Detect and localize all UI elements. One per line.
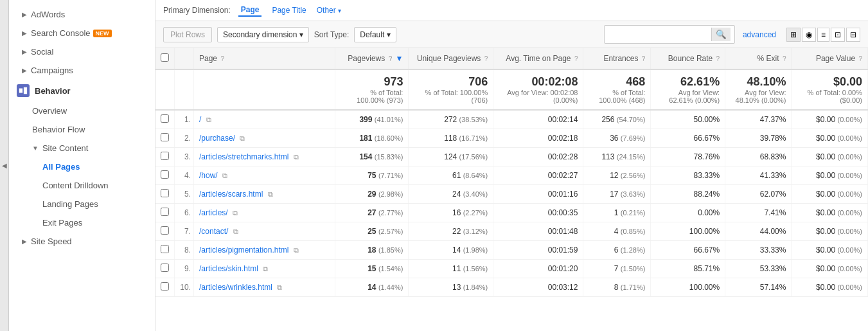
page-link[interactable]: /articles/stretchmarks.html: [199, 152, 288, 161]
dim-tab-page-title[interactable]: Page Title: [269, 4, 308, 16]
page-link[interactable]: /articles/scars.html: [199, 190, 263, 199]
row-value: $0.00 (0.00%): [792, 260, 868, 278]
row-bounce: 88.24%: [651, 185, 725, 204]
row-checkbox[interactable]: [161, 282, 169, 291]
row-bounce: 83.33%: [651, 166, 725, 185]
header-unique-pageviews[interactable]: Unique Pageviews ?: [409, 48, 493, 69]
row-bounce: 100.00%: [651, 278, 725, 297]
advanced-link[interactable]: advanced: [743, 30, 776, 39]
row-bounce: 100.00%: [651, 222, 725, 241]
header-page-value[interactable]: Page Value ?: [792, 48, 868, 69]
unique-help-icon[interactable]: ?: [484, 55, 488, 62]
row-checkbox[interactable]: [161, 264, 169, 272]
sidebar-collapse-handle[interactable]: ◀: [0, 0, 9, 331]
sidebar-item-exit-pages[interactable]: Exit Pages: [9, 213, 155, 232]
page-link[interactable]: /purchase/: [199, 134, 235, 143]
page-link[interactable]: /articles/wrinkles.html: [199, 283, 272, 292]
sidebar-item-all-pages[interactable]: All Pages: [9, 157, 155, 176]
sidebar-item-site-content[interactable]: ▼ Site Content: [9, 139, 155, 157]
row-avgtime: 00:03:12: [493, 278, 583, 297]
view-list-button[interactable]: ≡: [817, 28, 829, 42]
row-checkbox[interactable]: [161, 170, 169, 179]
header-pageviews[interactable]: Pageviews ? ▼: [335, 48, 409, 69]
external-link-icon[interactable]: ⧉: [233, 228, 238, 235]
row-value: $0.00 (0.00%): [792, 241, 868, 260]
page-link[interactable]: /contact/: [199, 227, 228, 236]
row-pageviews: 399 (41.01%): [335, 110, 409, 129]
sidebar-item-behavior-flow[interactable]: Behavior Flow: [9, 120, 155, 139]
external-link-icon[interactable]: ⧉: [277, 283, 282, 291]
plot-rows-button[interactable]: Plot Rows: [163, 27, 212, 42]
sidebar-item-content-drilldown[interactable]: Content Drilldown: [9, 176, 155, 195]
external-link-icon[interactable]: ⧉: [263, 265, 268, 273]
page-link[interactable]: /articles/: [199, 208, 228, 217]
value-help-icon[interactable]: ?: [858, 55, 862, 62]
row-exit: 7.41%: [725, 204, 792, 222]
row-checkbox[interactable]: [161, 189, 169, 197]
row-checkbox[interactable]: [161, 152, 169, 160]
page-link[interactable]: /how/: [199, 171, 218, 180]
row-checkbox[interactable]: [161, 133, 169, 141]
row-pageviews: 25 (2.57%): [335, 222, 409, 241]
external-link-icon[interactable]: ⧉: [233, 209, 238, 217]
dim-tab-other[interactable]: Other ▾: [317, 6, 341, 15]
row-pageviews: 181 (18.60%): [335, 129, 409, 148]
toolbar: Plot Rows Secondary dimension ▾ Sort Typ…: [155, 21, 868, 48]
page-link[interactable]: /: [199, 115, 201, 124]
sidebar-item-campaigns[interactable]: ▶ Campaigns: [9, 61, 155, 80]
row-exit: 62.07%: [725, 185, 792, 204]
sort-type-dropdown[interactable]: Default ▾: [354, 27, 396, 42]
pageviews-help-icon[interactable]: ?: [389, 55, 393, 62]
row-pageviews: 75 (7.71%): [335, 166, 409, 185]
row-avgtime: 00:01:59: [493, 241, 583, 260]
page-link[interactable]: /articles/skin.html: [199, 264, 258, 273]
row-pageviews: 18 (1.85%): [335, 241, 409, 260]
external-link-icon[interactable]: ⧉: [294, 153, 299, 161]
search-submit-button[interactable]: 🔍: [711, 28, 731, 41]
dim-tab-page[interactable]: Page: [238, 4, 262, 17]
sidebar-item-adwords[interactable]: ▶ AdWords: [9, 5, 155, 24]
row-checkbox[interactable]: [161, 245, 169, 253]
sidebar-section-behavior[interactable]: Behavior: [9, 80, 155, 102]
external-link-icon[interactable]: ⧉: [222, 172, 227, 179]
row-checkbox-cell: [155, 241, 175, 260]
sidebar-item-search-console[interactable]: ▶ Search Console NEW: [9, 24, 155, 42]
sidebar-item-landing-pages[interactable]: Landing Pages: [9, 195, 155, 213]
entrances-help-icon[interactable]: ?: [642, 55, 646, 62]
page-link[interactable]: /articles/pigmentation.html: [199, 246, 288, 255]
row-checkbox[interactable]: [161, 208, 169, 216]
bounce-help-icon[interactable]: ?: [716, 55, 720, 62]
table-row: 4. /how/ ⧉ 75 (7.71%) 61 (8.64%) 00:02:2…: [155, 166, 868, 185]
row-unique: 14 (1.98%): [409, 241, 493, 260]
header-avg-time[interactable]: Avg. Time on Page ?: [493, 48, 583, 69]
view-chart-button[interactable]: ◉: [802, 28, 816, 42]
row-checkbox[interactable]: [161, 226, 169, 235]
avgtime-help-icon[interactable]: ?: [574, 55, 578, 62]
external-link-icon[interactable]: ⧉: [268, 190, 273, 198]
header-entrances[interactable]: Entrances ?: [583, 48, 651, 69]
row-checkbox[interactable]: [161, 114, 169, 123]
row-checkbox-cell: [155, 222, 175, 241]
sidebar-item-social[interactable]: ▶ Social: [9, 42, 155, 61]
external-link-icon[interactable]: ⧉: [240, 134, 245, 142]
view-pivot-button[interactable]: ⊡: [831, 28, 845, 42]
external-link-icon[interactable]: ⧉: [206, 116, 211, 123]
svg-rect-1: [24, 87, 27, 94]
header-page[interactable]: Page ?: [194, 48, 335, 69]
row-page: / ⧉: [194, 110, 335, 129]
header-bounce-rate[interactable]: Bounce Rate ?: [651, 48, 725, 69]
view-table-button[interactable]: ⊞: [786, 28, 801, 42]
exit-help-icon[interactable]: ?: [783, 55, 786, 62]
select-all-checkbox[interactable]: [161, 53, 169, 62]
header-pct-exit[interactable]: % Exit ?: [725, 48, 792, 69]
sidebar-item-site-speed[interactable]: ▶ Site Speed: [9, 232, 155, 251]
sidebar-item-overview[interactable]: Overview: [9, 102, 155, 120]
page-help-icon[interactable]: ?: [220, 55, 224, 62]
search-input[interactable]: [608, 30, 711, 39]
view-compare-button[interactable]: ⊟: [846, 28, 860, 42]
external-link-icon[interactable]: ⧉: [294, 246, 299, 254]
table-row: 3. /articles/stretchmarks.html ⧉ 154 (15…: [155, 148, 868, 166]
summary-unique: 706 % of Total: 100.00% (706): [409, 69, 493, 110]
row-checkbox-cell: [155, 204, 175, 222]
secondary-dimension-dropdown[interactable]: Secondary dimension ▾: [217, 27, 309, 42]
